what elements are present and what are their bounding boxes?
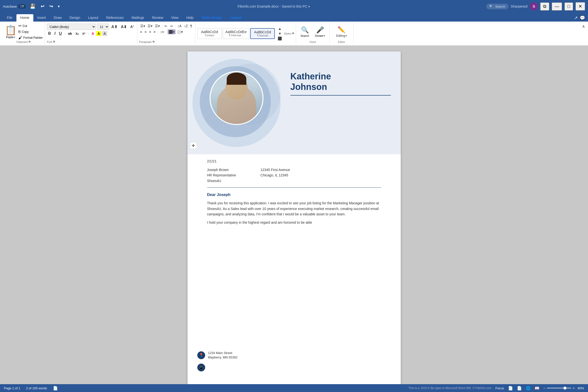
document-scroll-area[interactable]: ✛ Katherine Johnson 2/1/21 — [0, 46, 588, 392]
sort-button[interactable]: ↕Z — [183, 24, 189, 28]
voice-group: 🔍 Search 🎤 Dictate ▾ Voice — [296, 22, 330, 44]
editing-button[interactable]: ✏️ Editing ▾ — [332, 25, 351, 38]
styles-expand-btn[interactable]: ⧉ — [292, 32, 294, 35]
recipient-name: Joseph Brown — [207, 167, 236, 172]
increase-font-size[interactable]: A⬆ — [110, 24, 119, 30]
align-left-button[interactable]: ≡ — [139, 30, 143, 34]
dictate-dropdown[interactable]: ▾ — [324, 34, 325, 37]
zoom-bar[interactable]: − + 80% — [543, 386, 584, 390]
numbering-button[interactable]: ☰▾ — [147, 24, 153, 28]
tab-draw[interactable]: Draw — [50, 14, 66, 22]
tab-review[interactable]: Review — [148, 14, 167, 22]
multilevel-button[interactable]: ☰▾ — [154, 24, 161, 28]
style-contact[interactable]: AaBbCcDd Contact — [197, 28, 222, 39]
minimize-button[interactable]: — — [552, 2, 562, 10]
styles-scroll-down[interactable]: ▼ — [277, 31, 283, 36]
zoom-level: 80% — [576, 386, 584, 390]
copy-icon: ⎘ — [18, 30, 21, 34]
styles-group: AaBbCcDd Contact AaBbCcDdEe ¶ Informat..… — [195, 22, 296, 44]
comment-icon[interactable]: 💬 — [580, 15, 585, 20]
clipboard-group-label: Clipboard — [16, 40, 28, 43]
dictate-icon: 🎤 — [316, 26, 324, 34]
format-painter-button[interactable]: 🖌 Format Painter — [18, 36, 43, 40]
shading-para-button[interactable]: ⬛▾ — [168, 30, 176, 34]
borders-button[interactable]: ⬜▾ — [176, 30, 184, 34]
letter-date: 2/1/21 — [207, 159, 381, 163]
undo-button[interactable]: ↩ — [40, 3, 46, 10]
underline-button[interactable]: U — [58, 31, 63, 36]
paste-dropdown[interactable]: ▾ — [14, 36, 15, 38]
search-voice-button[interactable]: 🔍 Search — [298, 25, 312, 38]
quick-access-dropdown[interactable]: ▾ — [57, 4, 61, 9]
print-layout-icon[interactable]: 📄 — [517, 386, 522, 390]
tab-help[interactable]: Help — [182, 14, 197, 22]
cut-icon: ✂ — [18, 24, 22, 28]
italic-button[interactable]: I — [53, 31, 57, 36]
zoom-out-icon[interactable]: − — [543, 386, 545, 390]
align-center-button[interactable]: ≡ — [144, 30, 148, 34]
tab-table-design[interactable]: Table Design — [197, 14, 226, 22]
tab-insert[interactable]: Insert — [33, 14, 50, 22]
style-information[interactable]: AaBbCcDdEe ¶ Informat... — [223, 28, 249, 39]
strikethrough-button[interactable]: ab — [67, 31, 73, 36]
bold-button[interactable]: B — [47, 31, 52, 36]
close-button[interactable]: ✕ — [575, 2, 585, 10]
styles-scroll-up[interactable]: ▲ — [277, 26, 283, 31]
immersive-reader-icon[interactable]: 📖 — [534, 386, 539, 390]
move-handle[interactable]: ✛ — [190, 142, 197, 149]
zoom-slider[interactable] — [547, 388, 571, 388]
user-avatar[interactable]: S — [530, 2, 538, 10]
style-normal[interactable]: AaBbCcDd ¶ Normal — [250, 28, 275, 39]
web-layout-icon[interactable]: 🌐 — [526, 386, 531, 390]
cut-button[interactable]: ✂ Cut — [18, 24, 43, 28]
styles-expand[interactable]: ⬛ — [277, 36, 283, 41]
recipient-company: Shoes4U — [207, 178, 236, 184]
tab-layout[interactable]: Layout — [84, 14, 102, 22]
line-spacing-button[interactable]: ↕≡ — [159, 30, 165, 34]
tab-view[interactable]: View — [167, 14, 182, 22]
clear-formatting[interactable]: Aꜝ — [129, 24, 135, 29]
editing-dropdown[interactable]: ▾ — [346, 34, 347, 37]
tab-design[interactable]: Design — [66, 14, 84, 22]
decrease-indent-button[interactable]: ⇐ — [164, 24, 168, 28]
focus-label[interactable]: Focus — [495, 386, 504, 390]
tab-file[interactable]: File — [3, 14, 17, 22]
tab-table-layout[interactable]: Layout — [226, 14, 245, 22]
font-expand[interactable]: ⧉ — [53, 40, 55, 43]
superscript-button[interactable]: X² — [81, 31, 87, 36]
paste-button[interactable]: 📋 Paste ▾ — [4, 24, 18, 40]
copy-button[interactable]: ⎘ Copy — [18, 30, 43, 34]
maximize-button[interactable]: □ — [564, 2, 573, 10]
shading-button[interactable]: A — [102, 31, 107, 36]
decrease-font-size[interactable]: A⬇ — [120, 24, 128, 30]
redo-button[interactable]: ↪ — [48, 3, 54, 10]
subscript-button[interactable]: X₂ — [74, 31, 80, 36]
clipboard-expand[interactable]: ⧉ — [29, 40, 31, 43]
search-box[interactable]: 🔍 Search — [486, 4, 508, 9]
font-selector[interactable]: Calibri (Body) — [47, 24, 96, 30]
zoom-in-icon[interactable]: + — [573, 386, 575, 390]
font-color-button[interactable]: A — [91, 31, 95, 36]
read-mode-icon[interactable]: 📄 — [508, 386, 513, 390]
tab-mailings[interactable]: Mailings — [128, 14, 148, 22]
proofing-icon[interactable]: 📄 — [53, 386, 58, 390]
align-right-button[interactable]: ≡ — [148, 30, 152, 34]
autosave-toggle[interactable]: Off — [18, 4, 26, 8]
text-direction-button[interactable]: ↕A — [177, 24, 182, 28]
tab-home[interactable]: Home — [17, 14, 33, 22]
dictate-button[interactable]: 🎤 Dictate ▾ — [312, 25, 327, 38]
highlight-button[interactable]: A — [96, 31, 101, 36]
font-size-selector[interactable]: 11 — [97, 24, 109, 30]
bullets-button[interactable]: ☰▾ — [139, 24, 146, 28]
restore-button[interactable]: ⧉ — [540, 2, 549, 10]
paragraph-expand[interactable]: ⧉ — [153, 40, 154, 43]
show-marks-button[interactable]: ¶ — [189, 24, 193, 28]
collapse-ribbon-button[interactable]: ∧ — [581, 24, 586, 29]
tab-references[interactable]: References — [102, 14, 128, 22]
name-block: Katherine Johnson — [290, 71, 391, 98]
increase-indent-button[interactable]: ⇒ — [169, 24, 174, 28]
copyright-notice: This is a .DOCX file open in Microsoft W… — [408, 386, 491, 390]
save-button[interactable]: 💾 — [29, 3, 37, 10]
justify-button[interactable]: ≡ — [153, 30, 156, 34]
share-icon[interactable]: ↗ — [574, 15, 578, 20]
